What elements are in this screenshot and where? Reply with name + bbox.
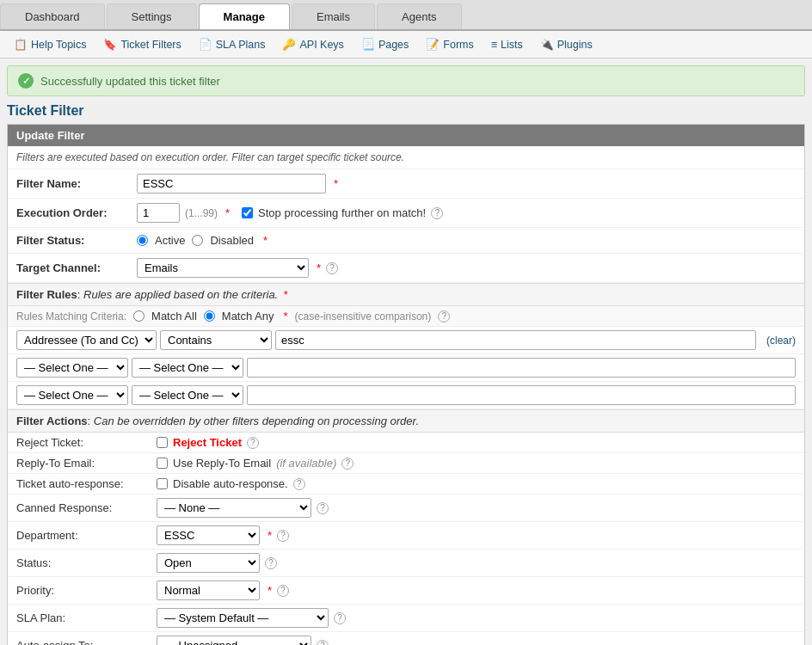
subnav-plugins[interactable]: 🔌 Plugins xyxy=(533,35,600,53)
reply-to-email-checkbox[interactable] xyxy=(157,458,168,469)
sla-plan-row: SLA Plan: — System Default — ? xyxy=(8,605,804,632)
stop-processing-info-icon[interactable]: ? xyxy=(431,207,443,219)
execution-order-control: (1...99) * Stop processing further on ma… xyxy=(137,203,796,223)
priority-label: Priority: xyxy=(16,584,150,597)
subnav-lists[interactable]: ≡ Lists xyxy=(484,36,530,53)
canned-response-row: Canned Response: — None — ? xyxy=(8,494,804,522)
lists-icon: ≡ xyxy=(491,39,497,51)
priority-required: * xyxy=(268,584,272,597)
forms-icon: 📝 xyxy=(426,38,440,51)
reply-to-email-info-icon[interactable]: ? xyxy=(341,458,354,470)
subnav-pages[interactable]: 📃 Pages xyxy=(354,35,415,53)
success-message: ✓ Successfully updated this ticket filte… xyxy=(7,65,805,96)
department-required: * xyxy=(268,529,272,542)
tab-dashboard[interactable]: Dashboard xyxy=(0,3,105,29)
status-row: Status: Open ? xyxy=(8,550,804,577)
subnav-api-keys[interactable]: 🔑 API Keys xyxy=(275,35,350,53)
match-any-radio[interactable] xyxy=(204,310,215,322)
filter-name-input[interactable] xyxy=(137,174,326,194)
execution-order-row: Execution Order: (1...99) * Stop process… xyxy=(8,199,804,228)
rule-1-value-input[interactable] xyxy=(275,330,756,350)
success-icon: ✓ xyxy=(18,73,34,89)
tab-settings[interactable]: Settings xyxy=(107,3,197,29)
rule-3-col2-select[interactable]: — Select One — xyxy=(132,385,243,405)
filter-status-control: Active Disabled * xyxy=(137,234,796,247)
rule-3-value-input[interactable] xyxy=(247,385,796,405)
auto-response-checkbox[interactable] xyxy=(157,478,168,489)
filter-name-row: Filter Name: * xyxy=(8,169,804,199)
clear-rule-1-link[interactable]: (clear) xyxy=(766,335,796,347)
target-channel-row: Target Channel: Emails * ? xyxy=(8,254,804,283)
filter-rules-section: Filter Rules: Rules are applied based on… xyxy=(8,283,804,306)
rule-2-col2-select[interactable]: — Select One — xyxy=(132,358,243,378)
rule-2-col1-select[interactable]: — Select One — xyxy=(16,358,128,378)
match-all-label: Match All xyxy=(151,310,197,322)
reject-ticket-row: Reject Ticket: Reject Ticket ? xyxy=(8,433,804,453)
filter-actions-label: Filter Actions xyxy=(16,415,88,427)
sub-navigation: 📋 Help Topics 🔖 Ticket Filters 📄 SLA Pla… xyxy=(0,31,812,58)
status-control: Open ? xyxy=(157,553,277,573)
department-select[interactable]: ESSC xyxy=(157,525,260,545)
tab-emails[interactable]: Emails xyxy=(292,3,375,29)
auto-assign-info-icon[interactable]: ? xyxy=(317,640,329,646)
canned-response-info-icon[interactable]: ? xyxy=(317,502,329,514)
department-control: ESSC * ? xyxy=(157,525,289,545)
filter-name-control: * xyxy=(137,174,796,194)
target-channel-select[interactable]: Emails xyxy=(137,258,309,278)
department-info-icon[interactable]: ? xyxy=(277,530,289,542)
stop-processing-label: Stop processing further on match! xyxy=(258,206,426,219)
match-criteria-info-icon[interactable]: ? xyxy=(438,310,450,322)
filter-name-label: Filter Name: xyxy=(16,177,137,190)
rule-3-col1-select[interactable]: — Select One — xyxy=(16,385,128,405)
target-channel-label: Target Channel: xyxy=(16,261,137,274)
rule-2-value-input[interactable] xyxy=(247,358,796,378)
subnav-sla-plans[interactable]: 📄 SLA Plans xyxy=(192,35,273,53)
auto-response-row: Ticket auto-response: Disable auto-respo… xyxy=(8,474,804,494)
filter-name-required: * xyxy=(334,177,338,190)
canned-response-select[interactable]: — None — xyxy=(157,498,311,518)
match-all-radio[interactable] xyxy=(133,310,145,322)
subnav-ticket-filters[interactable]: 🔖 Ticket Filters xyxy=(96,35,188,53)
status-select[interactable]: Open xyxy=(157,553,260,573)
subnav-help-topics[interactable]: 📋 Help Topics xyxy=(7,35,93,53)
canned-response-control: — None — ? xyxy=(157,498,329,518)
status-info-icon[interactable]: ? xyxy=(265,557,277,569)
sla-plans-icon: 📄 xyxy=(199,38,212,51)
section-description: Filters are executed based on execution … xyxy=(8,146,804,169)
reply-to-email-text: Use Reply-To Email xyxy=(173,457,271,470)
subnav-forms[interactable]: 📝 Forms xyxy=(419,35,480,53)
reject-ticket-control: Reject Ticket ? xyxy=(157,436,259,449)
filter-actions-section: Filter Actions: Can be overridden by oth… xyxy=(8,409,804,433)
priority-control: Normal * ? xyxy=(157,580,289,600)
reply-to-email-row: Reply-To Email: Use Reply-To Email (if a… xyxy=(8,453,804,474)
filter-status-active-radio[interactable] xyxy=(137,235,148,246)
sla-plan-info-icon[interactable]: ? xyxy=(334,612,346,624)
target-channel-control: Emails * ? xyxy=(137,258,796,278)
priority-info-icon[interactable]: ? xyxy=(277,585,289,597)
execution-order-input[interactable] xyxy=(137,203,180,223)
ticket-filters-icon: 🔖 xyxy=(103,38,117,51)
match-any-label: Match Any xyxy=(222,310,274,322)
plugins-icon: 🔌 xyxy=(540,38,554,51)
reject-ticket-checkbox[interactable] xyxy=(157,437,168,448)
stop-processing-checkbox[interactable] xyxy=(242,207,253,218)
filter-status-disabled-radio[interactable] xyxy=(192,235,203,246)
priority-select[interactable]: Normal xyxy=(157,580,260,600)
matching-criteria-label: Rules Matching Criteria: xyxy=(16,310,126,322)
filter-status-required: * xyxy=(263,234,268,247)
reject-ticket-info-icon[interactable]: ? xyxy=(247,437,259,449)
rule-1-col2-select[interactable]: Contains — Select One — xyxy=(160,330,272,350)
department-label: Department: xyxy=(16,529,150,542)
canned-response-label: Canned Response: xyxy=(16,501,150,514)
target-channel-info-icon[interactable]: ? xyxy=(326,262,338,274)
auto-response-info-icon[interactable]: ? xyxy=(293,478,305,490)
tab-manage[interactable]: Manage xyxy=(199,3,290,29)
department-row: Department: ESSC * ? xyxy=(8,522,804,550)
rule-1-col1-select[interactable]: Addressee (To and Cc) — Select One — xyxy=(16,330,157,350)
auto-assign-select[interactable]: — Unassigned — xyxy=(157,636,311,645)
tab-agents[interactable]: Agents xyxy=(377,3,461,29)
execution-order-label: Execution Order: xyxy=(16,206,137,219)
match-criteria-required: * xyxy=(284,310,288,322)
sla-plan-select[interactable]: — System Default — xyxy=(157,608,329,628)
auto-response-label: Ticket auto-response: xyxy=(16,477,150,490)
